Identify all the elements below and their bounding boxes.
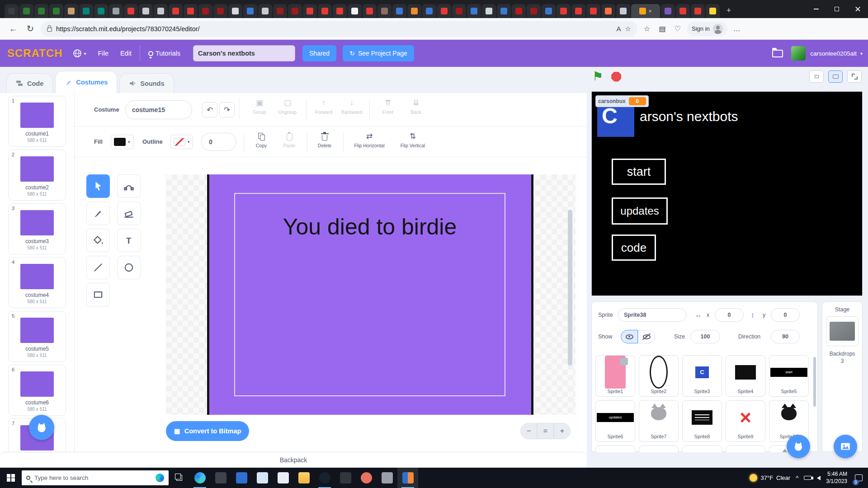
- url-text[interactable]: https://scratch.mit.edu/projects/7830702…: [56, 25, 613, 33]
- edit-menu[interactable]: Edit: [115, 40, 137, 67]
- browser-tab[interactable]: [109, 4, 123, 18]
- sprite-card[interactable]: Sprite1: [595, 355, 635, 397]
- maximize-button[interactable]: [826, 0, 847, 18]
- browser-tab[interactable]: [706, 4, 720, 18]
- browser-tab[interactable]: [348, 4, 362, 18]
- sprite-name-input[interactable]: Sprite38: [618, 308, 687, 322]
- browser-tab[interactable]: [303, 4, 317, 18]
- sprite-card[interactable]: [595, 446, 635, 452]
- forward-button[interactable]: ↑ Forward: [311, 99, 337, 115]
- user-avatar[interactable]: [791, 46, 806, 61]
- delete-button[interactable]: Delete: [311, 132, 338, 148]
- stage-start-button[interactable]: start: [612, 159, 666, 185]
- browser-tab[interactable]: [482, 4, 496, 18]
- fill-swatch-button[interactable]: ▾: [111, 135, 133, 149]
- tab-code[interactable]: Code: [6, 73, 53, 93]
- costume-card[interactable]: 1costume1580 x 511: [8, 96, 66, 147]
- sprite-card[interactable]: Sprite9: [726, 400, 765, 442]
- canvas-scrollbar[interactable]: [568, 210, 572, 366]
- taskbar-app3[interactable]: [231, 468, 252, 488]
- browser-tab[interactable]: [19, 4, 33, 18]
- browser-tab[interactable]: [571, 4, 585, 18]
- tab-sounds[interactable]: Sounds: [119, 73, 174, 93]
- browser-tab[interactable]: [273, 4, 287, 18]
- sprite-card[interactable]: updatesSprite6: [595, 400, 635, 442]
- eraser-tool[interactable]: [117, 202, 141, 225]
- start-button[interactable]: [0, 468, 22, 488]
- taskbar-app9[interactable]: [356, 468, 377, 488]
- browser-tab[interactable]: [392, 4, 406, 18]
- backpack-bar[interactable]: Backpack: [0, 452, 587, 468]
- browser-tab[interactable]: [557, 4, 571, 18]
- read-aloud-icon[interactable]: A: [617, 25, 621, 33]
- add-costume-button[interactable]: [29, 415, 54, 440]
- browser-tab[interactable]: [437, 4, 451, 18]
- my-stuff-folder-icon[interactable]: [772, 50, 783, 57]
- costume-card[interactable]: 3costume3580 x 511: [8, 203, 66, 254]
- close-window-button[interactable]: [847, 0, 868, 18]
- browser-tab[interactable]: [452, 4, 466, 18]
- taskbar-store[interactable]: [273, 468, 293, 488]
- browser-tab[interactable]: [601, 4, 615, 18]
- browser-tab[interactable]: [363, 4, 377, 18]
- weather-widget[interactable]: 37°F Clear: [750, 474, 790, 482]
- browser-tab[interactable]: [49, 4, 63, 18]
- browser-tab[interactable]: [228, 4, 242, 18]
- ungroup-button[interactable]: ▢ Ungroup: [274, 99, 301, 115]
- browser-essentials-icon[interactable]: ♡: [672, 24, 684, 33]
- stage-logo-sprite[interactable]: C: [597, 103, 634, 137]
- browser-tab[interactable]: [661, 4, 675, 18]
- costume-card[interactable]: 2costume2580 x 511: [8, 150, 66, 201]
- browser-tab[interactable]: [154, 4, 168, 18]
- task-view-button[interactable]: [169, 468, 189, 488]
- large-stage-button[interactable]: [828, 70, 843, 83]
- tab-costumes[interactable]: Costumes: [55, 71, 117, 93]
- costume-card[interactable]: 6costume6580 x 511: [8, 365, 66, 416]
- show-sprite-button[interactable]: [621, 330, 638, 343]
- y-input[interactable]: 0: [771, 308, 800, 322]
- language-menu[interactable]: ▾: [67, 40, 92, 67]
- browser-tab[interactable]: [497, 4, 511, 18]
- browser-tab[interactable]: [213, 4, 227, 18]
- browser-tab[interactable]: [139, 4, 153, 18]
- browser-tab[interactable]: [586, 4, 600, 18]
- zoom-out-button[interactable]: −: [520, 423, 537, 439]
- backdrop-card[interactable]: [826, 316, 859, 346]
- outline-width-input[interactable]: 0: [201, 133, 236, 151]
- sprite-card[interactable]: Sprite8: [682, 400, 722, 442]
- taskbar-app8[interactable]: [335, 468, 356, 488]
- zoom-in-button[interactable]: +: [554, 423, 571, 439]
- new-tab-button[interactable]: +: [722, 4, 735, 17]
- browser-tab[interactable]: [616, 4, 630, 18]
- browser-menu-icon[interactable]: …: [731, 25, 743, 33]
- shared-button[interactable]: Shared: [302, 45, 336, 61]
- taskbar-app11[interactable]: [397, 468, 418, 488]
- browser-tab[interactable]: [198, 4, 212, 18]
- browser-tab[interactable]: [288, 4, 302, 18]
- taskbar-steam[interactable]: [314, 468, 335, 488]
- hide-sprite-button[interactable]: [638, 330, 655, 343]
- browser-tab[interactable]: [377, 4, 392, 18]
- browser-tab[interactable]: [184, 4, 198, 18]
- browser-tab[interactable]: [512, 4, 526, 18]
- browser-tab[interactable]: [691, 4, 705, 18]
- taskbar-search[interactable]: Type here to search: [22, 470, 169, 485]
- browser-tab-active[interactable]: ×: [631, 4, 660, 18]
- line-tool[interactable]: [86, 256, 110, 279]
- notification-center-button[interactable]: 9: [853, 468, 864, 488]
- outline-swatch-button[interactable]: ▾: [170, 135, 193, 149]
- convert-to-bitmap-button[interactable]: ▦ Convert to Bitmap: [166, 421, 249, 441]
- back-button-layer[interactable]: ⇊ Back: [403, 99, 429, 115]
- reshape-tool[interactable]: [117, 174, 141, 198]
- stage[interactable]: carsonbux 0 C arson's nextbots start upd…: [591, 91, 863, 296]
- favorites-bar-icon[interactable]: ☆: [641, 24, 653, 33]
- stage-updates-button[interactable]: updates: [612, 197, 668, 225]
- fill-tool[interactable]: [86, 229, 110, 252]
- speaker-icon[interactable]: [817, 476, 821, 480]
- refresh-button[interactable]: ↻: [24, 23, 37, 34]
- rectangle-tool[interactable]: [86, 283, 110, 306]
- browser-tab[interactable]: [467, 4, 481, 18]
- add-sprite-button[interactable]: [787, 435, 810, 458]
- sprite-card[interactable]: [639, 446, 679, 452]
- sprite-card[interactable]: Sprite2: [639, 355, 679, 397]
